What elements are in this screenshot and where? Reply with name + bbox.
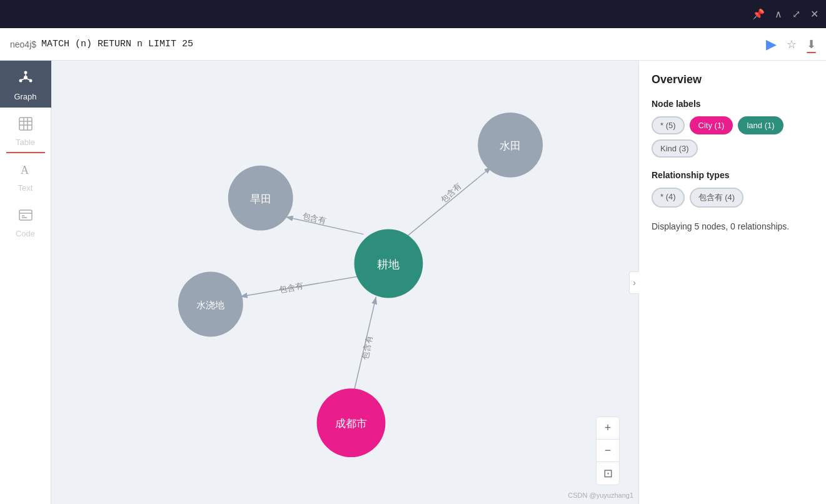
overview-toggle[interactable]: ›	[629, 271, 639, 294]
download-underline	[807, 52, 816, 53]
star-button[interactable]: ☆	[787, 38, 797, 51]
svg-text:耕地: 耕地	[377, 258, 400, 271]
query-bar: neo4j$ MATCH (n) RETURN n LIMIT 25 ▶ ☆ ⬇	[0, 28, 826, 61]
svg-line-18	[404, 167, 491, 239]
svg-text:水田: 水田	[500, 140, 521, 152]
relationship-type-tags: * (4) 包含有 (4)	[652, 188, 813, 208]
svg-text:包含有: 包含有	[278, 281, 304, 295]
zoom-in-button[interactable]: +	[597, 417, 619, 440]
svg-point-1	[24, 71, 27, 74]
node-label-kind[interactable]: Kind (3)	[652, 139, 698, 158]
rel-type-含有[interactable]: 包含有 (4)	[690, 188, 744, 208]
displaying-text: Displaying 5 nodes, 0 relationships.	[652, 220, 813, 233]
query-actions: ▶ ☆ ⬇	[766, 36, 816, 53]
play-button[interactable]: ▶	[766, 36, 777, 53]
close-icon[interactable]: ✕	[810, 8, 818, 20]
table-icon	[18, 116, 33, 135]
query-text[interactable]: MATCH (n) RETURN n LIMIT 25	[41, 39, 766, 49]
query-prompt: neo4j$	[10, 39, 36, 49]
relationship-types-title: Relationship types	[652, 170, 813, 180]
top-bar: 📌 ∧ ⤢ ✕	[0, 0, 826, 28]
svg-rect-7	[19, 118, 32, 130]
rel-type-all[interactable]: * (4)	[652, 188, 685, 208]
pin-icon[interactable]: 📌	[752, 8, 765, 20]
sidebar: Graph Table A Text	[0, 61, 51, 504]
code-icon	[18, 208, 33, 226]
svg-line-5	[21, 79, 24, 80]
node-label-city[interactable]: City (1)	[690, 116, 733, 134]
svg-text:包含有: 包含有	[360, 335, 374, 360]
graph-svg: 包含有 包含有 包含有 包含有 耕地 水田 旱田 水浇地 成都市	[51, 61, 638, 504]
sidebar-label-table: Table	[16, 138, 35, 147]
sidebar-label-code: Code	[16, 229, 35, 238]
sidebar-label-text: Text	[18, 183, 33, 193]
text-icon: A	[18, 162, 33, 181]
fit-button[interactable]: ⊡	[597, 462, 619, 485]
graph-icon	[18, 69, 34, 89]
sidebar-item-code[interactable]: Code	[0, 199, 51, 244]
download-button[interactable]: ⬇	[807, 38, 816, 51]
svg-line-6	[27, 79, 30, 80]
graph-area[interactable]: 包含有 包含有 包含有 包含有 耕地 水田 旱田 水浇地 成都市 + −	[51, 61, 638, 504]
overview-title: Overview	[652, 73, 813, 86]
watermark: CSDN @yuyuzhang1	[568, 491, 633, 499]
svg-text:A: A	[21, 164, 29, 176]
svg-text:成都市: 成都市	[335, 418, 367, 430]
overview-panel: › Overview Node labels * (5) City (1) la…	[638, 61, 826, 504]
sidebar-item-text[interactable]: A Text	[0, 153, 51, 199]
expand-icon[interactable]: ⤢	[792, 8, 800, 20]
node-labels-title: Node labels	[652, 99, 813, 109]
sidebar-item-graph[interactable]: Graph	[0, 61, 51, 108]
zoom-out-button[interactable]: −	[597, 440, 619, 462]
svg-text:旱田: 旱田	[250, 193, 271, 205]
top-bar-icons: 📌 ∧ ⤢ ✕	[752, 8, 818, 20]
main-layout: Graph Table A Text	[0, 61, 826, 504]
svg-rect-13	[19, 210, 32, 220]
svg-text:水浇地: 水浇地	[196, 300, 224, 310]
zoom-controls: + − ⊡	[596, 416, 620, 485]
node-labels-tags: * (5) City (1) land (1) Kind (3)	[652, 116, 813, 158]
minimize-icon[interactable]: ∧	[775, 8, 782, 20]
sidebar-item-table[interactable]: Table	[0, 108, 51, 153]
node-label-all[interactable]: * (5)	[652, 116, 685, 134]
sidebar-label-graph: Graph	[14, 92, 36, 101]
node-label-land[interactable]: land (1)	[738, 116, 783, 134]
